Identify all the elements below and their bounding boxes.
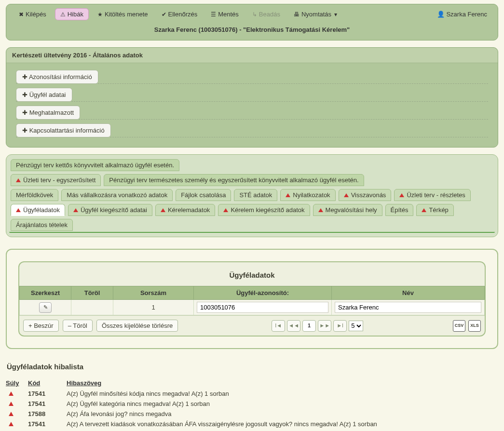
page-title: Szarka Ferenc (1003051076) - "Elektronik…	[12, 26, 492, 33]
save-button[interactable]: ☰Mentés	[206, 9, 244, 20]
warning-icon	[344, 193, 349, 197]
tab--p-t-s[interactable]: Építés	[385, 204, 414, 216]
section-header: Kertészeti ültetvény 2016 - Általános ad…	[6, 48, 498, 63]
row-edit-button[interactable]: ✎	[39, 302, 52, 313]
warning-icon	[9, 422, 14, 426]
error-code: 17541	[28, 390, 67, 397]
col-sorszam: Sorszám	[113, 286, 194, 300]
warning-icon	[318, 208, 323, 212]
error-row: 17541A(z) Fiatal mezőgazdasági termelőké…	[6, 429, 498, 431]
chevron-down-icon: ▾	[334, 11, 337, 18]
error-text: A(z) Ügyfél minősítési kódja nincs megad…	[67, 390, 498, 397]
export-csv-icon[interactable]: CSV	[453, 320, 465, 332]
pager-next[interactable]: ►►	[318, 320, 331, 332]
tab--gyf-ladatok[interactable]: Ügyféladatok	[11, 204, 65, 216]
error-text: A(z) Ügyfél kategória nincs megadva! A(z…	[67, 400, 498, 407]
star-icon: ★	[97, 11, 103, 18]
pager: I◄ ◄◄ 1 ►► ►I 5	[272, 320, 363, 332]
warning-icon	[286, 193, 290, 197]
warning-icon	[161, 208, 165, 212]
export-xls-icon[interactable]: XLS	[468, 320, 481, 332]
check-button[interactable]: ✔Ellenőrzés	[157, 9, 203, 20]
accordion-meghatalmazott[interactable]: ✚ Meghatalmazott	[16, 106, 80, 120]
col-azonosito: Ügyfél-azonosító:	[194, 286, 332, 300]
error-row: 17588A(z) Áfa levonási jog? nincs megadv…	[6, 409, 498, 419]
error-row: 17541A(z) Ügyfél kategória nincs megadva…	[6, 399, 498, 409]
errors-button[interactable]: ⚠Hibák	[55, 8, 89, 20]
warning-icon	[422, 208, 426, 212]
accordion-ugyfel-adatai[interactable]: ✚ Ügyfél adatai	[16, 88, 72, 102]
tab--gyf-l-kieg-sz-t-adatai[interactable]: Ügyfél kiegészítő adatai	[68, 204, 152, 216]
accordion-kapcsolattartasi[interactable]: ✚ Kapcsolattartási információ	[16, 123, 111, 137]
warning-icon	[9, 391, 14, 396]
error-text: A(z) A tervezett kiadások vonatkozásában…	[67, 420, 498, 428]
tab-m-rf-ldk-vek[interactable]: Mérföldkövek	[11, 189, 58, 201]
warning-icon	[16, 178, 21, 182]
print-icon: 🖶	[294, 11, 300, 18]
pager-page[interactable]: 1	[302, 320, 316, 332]
tab-k-relemadatok[interactable]: Kérelemadatok	[155, 204, 215, 216]
col-szerkeszt: Szerkeszt	[20, 286, 71, 300]
tab-visszavon-s[interactable]: Visszavonás	[339, 189, 392, 201]
tab--zleti-terv-egyszer-s-tett[interactable]: Üzleti terv - egyszerűsített	[11, 174, 101, 186]
col-nev: Név	[332, 286, 485, 300]
pager-prev[interactable]: ◄◄	[287, 320, 300, 332]
cell-azonosito-input[interactable]	[197, 302, 328, 313]
warning-icon	[223, 208, 228, 212]
error-code: 17588	[28, 410, 67, 418]
error-text: A(z) Áfa levonási jog? nincs megadva	[67, 410, 498, 418]
data-grid: Szerkeszt Töröl Sorszám Ügyfél-azonosító…	[19, 286, 485, 315]
warning-icon	[9, 402, 14, 406]
tab-nyilatkozatok[interactable]: Nyilatkozatok	[280, 189, 335, 201]
accordion-azonositasi[interactable]: ✚ Azonosítási információ	[16, 70, 98, 84]
tab-t-rk-p[interactable]: Térkép	[416, 204, 453, 216]
tab-p-nz-gyi-terv-term-szetes-szem[interactable]: Pénzügyi terv természetes személy és egy…	[104, 174, 364, 186]
exit-button[interactable]: ✖Kilépés	[14, 9, 51, 20]
tab-megval-s-t-si-hely[interactable]: Megvalósítási hely	[313, 204, 382, 216]
user-label: 👤 Szarka Ferenc	[432, 9, 492, 20]
col-torol: Töröl	[71, 286, 113, 300]
warning-icon	[16, 208, 21, 212]
tab-m-s-v-llalkoz-sra-vonatkoz-ada[interactable]: Más vállalkozásra vonatkozó adatok	[61, 189, 173, 201]
tab-st-adatok[interactable]: STÉ adatok	[234, 189, 277, 201]
delete-button[interactable]: – Töröl	[63, 320, 93, 332]
warning-icon	[73, 208, 78, 212]
grid-title: Ügyféladatok	[19, 262, 485, 286]
warning-icon: ⚠	[60, 11, 66, 18]
error-row: 17541A(z) A tervezett kiadások vonatkozá…	[6, 419, 498, 429]
table-row: ✎ 1	[20, 300, 485, 315]
insert-button[interactable]: + Beszúr	[23, 320, 59, 332]
tab-f-jlok-csatol-sa[interactable]: Fájlok csatolása	[176, 189, 231, 201]
submit-icon: ↳	[252, 11, 257, 18]
close-icon: ✖	[19, 11, 24, 18]
pager-size-select[interactable]: 5	[349, 321, 363, 331]
cell-nev-input[interactable]	[335, 302, 481, 313]
pager-last[interactable]: ►I	[333, 320, 347, 332]
pager-first[interactable]: I◄	[272, 320, 285, 332]
error-row: 17541A(z) Ügyfél minősítési kódja nincs …	[6, 389, 498, 399]
submit-button: ↳Beadás	[247, 9, 285, 20]
tab-p-nz-gyi-terv-kett-s-k-nyvvite[interactable]: Pénzügyi terv kettős könyvvitelt alkalma…	[11, 159, 179, 171]
cell-sorszam: 1	[113, 300, 194, 315]
fill-progress-button[interactable]: ★Kitöltés menete	[93, 9, 153, 20]
warning-icon	[9, 412, 14, 416]
warning-icon	[399, 193, 404, 197]
user-icon: 👤	[437, 11, 445, 18]
check-icon: ✔	[162, 11, 166, 18]
error-code: 17541	[28, 420, 67, 428]
error-code: 17541	[28, 400, 67, 407]
errorlist-title: Ügyféladatok hibalista	[7, 363, 497, 371]
tab--zleti-terv-r-szletes[interactable]: Üzleti terv - részletes	[394, 189, 470, 201]
tab-k-relem-kieg-sz-t-adatok[interactable]: Kérelem kiegészítő adatok	[218, 204, 310, 216]
select-all-delete-button[interactable]: Összes kijelölése törlésre	[96, 320, 178, 332]
tab--raj-nlatos-t-telek[interactable]: Árajánlatos tételek	[11, 219, 73, 231]
errorlist-header: Súly Kód Hibaszöveg	[6, 377, 498, 389]
save-icon: ☰	[211, 11, 216, 18]
print-button[interactable]: 🖶Nyomtatás▾	[289, 9, 344, 20]
